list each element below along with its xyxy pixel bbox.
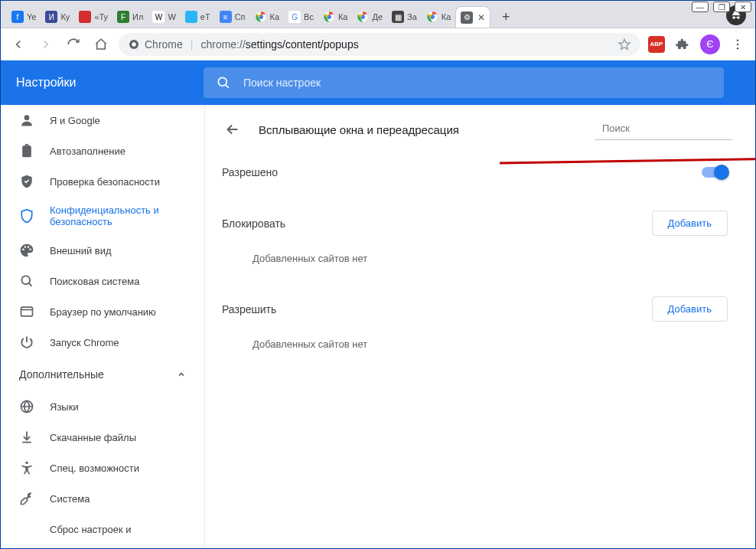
tab-favicon: W bbox=[152, 11, 165, 23]
sidebar-item[interactable]: Скачанные файлы bbox=[1, 422, 204, 453]
clipboard-icon bbox=[19, 143, 34, 158]
sidebar-item[interactable]: Запуск Chrome bbox=[1, 327, 204, 358]
allowed-label: Разрешено bbox=[222, 166, 278, 178]
menu-button[interactable] bbox=[728, 34, 748, 54]
download-icon bbox=[19, 430, 34, 445]
sidebar-section-additional[interactable]: Дополнительные bbox=[1, 358, 204, 391]
browser-tab[interactable]: ⚙✕ bbox=[455, 6, 490, 28]
sidebar-item[interactable]: Автозаполнение bbox=[1, 136, 204, 166]
tab-label: eT bbox=[200, 12, 210, 21]
sidebar-item-label: Запуск Chrome bbox=[50, 337, 119, 348]
allow-section-header: Разрешить Добавить bbox=[222, 283, 732, 328]
browser-tab[interactable]: ИКу bbox=[41, 6, 74, 28]
extensions-button[interactable] bbox=[673, 34, 692, 54]
tab-favicon bbox=[323, 11, 335, 23]
sidebar-item[interactable]: Я и Google bbox=[1, 105, 204, 136]
palette-icon bbox=[19, 243, 34, 258]
blank-icon bbox=[19, 521, 34, 537]
svg-point-18 bbox=[25, 462, 28, 464]
allow-label: Разрешить bbox=[222, 303, 276, 315]
browser-tab[interactable]: ▦За bbox=[387, 6, 422, 28]
url-text: chrome://settings/content/popups bbox=[200, 38, 358, 51]
browser-toolbar: Chrome | chrome://settings/content/popup… bbox=[1, 28, 755, 60]
sidebar-item-label: Проверка безопасности bbox=[50, 176, 160, 188]
svg-point-9 bbox=[132, 42, 135, 46]
home-button[interactable] bbox=[91, 34, 111, 54]
maximize-button[interactable]: ❐ bbox=[713, 2, 730, 12]
accessibility-icon bbox=[19, 460, 34, 475]
add-block-button[interactable]: Добавить bbox=[652, 211, 728, 236]
minimize-button[interactable]: — bbox=[692, 2, 709, 12]
sidebar-item[interactable]: Языки bbox=[1, 391, 204, 422]
sidebar-item-label: Автозаполнение bbox=[50, 145, 125, 157]
tab-label: Ил bbox=[132, 12, 143, 21]
tab-label: Ку bbox=[60, 12, 70, 21]
browser-tab[interactable]: Ка bbox=[318, 6, 353, 28]
close-tab-icon[interactable]: ✕ bbox=[476, 12, 485, 23]
sidebar-item[interactable]: Проверка безопасности bbox=[1, 166, 204, 197]
sidebar-item[interactable]: Поисковая система bbox=[1, 266, 204, 296]
sidebar-item-label: Спец. возможности bbox=[50, 462, 139, 474]
browser-tab[interactable]: Ка bbox=[250, 6, 285, 28]
sidebar-item-label: Сброс настроек и bbox=[50, 524, 132, 535]
site-info-label: Chrome bbox=[145, 38, 183, 51]
shield-check-icon bbox=[19, 174, 34, 189]
settings-title: Настройки bbox=[16, 76, 204, 90]
sidebar-item[interactable]: Браузер по умолчанию bbox=[1, 296, 204, 327]
tab-label: Сп bbox=[235, 12, 246, 21]
sidebar-item[interactable]: Спец. возможности bbox=[1, 453, 204, 483]
reload-button[interactable] bbox=[64, 34, 83, 54]
globe-icon bbox=[19, 399, 34, 414]
add-allow-button[interactable]: Добавить bbox=[652, 296, 728, 322]
panel-search-input[interactable] bbox=[602, 123, 731, 134]
svg-point-12 bbox=[737, 47, 739, 49]
browser-tab[interactable]: GВс bbox=[284, 6, 318, 28]
sidebar-item[interactable]: Конфиденциальность и безопасность bbox=[1, 197, 204, 235]
browser-tab[interactable]: ≡Сп bbox=[215, 6, 250, 28]
site-info-icon[interactable]: Chrome bbox=[128, 38, 183, 51]
browser-tab[interactable]: Де bbox=[352, 6, 387, 28]
tab-label: Ка bbox=[442, 12, 451, 21]
tab-label: Ка bbox=[270, 12, 280, 21]
sidebar-section-label: Дополнительные bbox=[19, 368, 104, 381]
settings-sidebar[interactable]: Я и GoogleАвтозаполнениеПроверка безопас… bbox=[1, 105, 205, 548]
tab-favicon bbox=[426, 11, 438, 23]
address-bar[interactable]: Chrome | chrome://settings/content/popup… bbox=[119, 33, 640, 56]
adblock-extension-icon[interactable]: ABP bbox=[648, 36, 665, 53]
settings-search-box[interactable] bbox=[204, 67, 724, 98]
panel-back-button[interactable] bbox=[222, 119, 243, 140]
back-button[interactable] bbox=[8, 34, 28, 54]
sidebar-item-label: Внешний вид bbox=[50, 245, 112, 257]
tab-favicon bbox=[255, 11, 267, 23]
browser-tab[interactable]: fYe bbox=[7, 6, 41, 28]
tab-favicon: И bbox=[45, 11, 57, 23]
allowed-toggle[interactable] bbox=[702, 167, 728, 178]
block-section-header: Блокировать Добавить bbox=[222, 197, 732, 242]
forward-button[interactable] bbox=[36, 34, 56, 54]
tab-label: За bbox=[407, 12, 417, 21]
panel-search[interactable] bbox=[595, 119, 732, 140]
svg-point-14 bbox=[24, 115, 30, 120]
sidebar-item[interactable]: Внешний вид bbox=[1, 235, 204, 266]
wrench-icon bbox=[19, 491, 34, 506]
tab-favicon: ▦ bbox=[392, 11, 404, 23]
new-tab-button[interactable]: + bbox=[495, 6, 516, 28]
tab-favicon: f bbox=[11, 11, 24, 23]
profile-avatar[interactable]: Є bbox=[700, 34, 720, 54]
sidebar-item-label: Поисковая система bbox=[50, 276, 140, 287]
search-icon bbox=[216, 75, 231, 90]
block-label: Блокировать bbox=[222, 217, 285, 230]
bookmark-star-icon[interactable] bbox=[618, 38, 631, 51]
sidebar-item[interactable]: Система bbox=[1, 483, 204, 514]
browser-icon bbox=[19, 304, 34, 319]
browser-tab[interactable]: Ка bbox=[422, 6, 456, 28]
tab-favicon bbox=[79, 11, 91, 23]
close-window-button[interactable]: ✕ bbox=[735, 2, 751, 12]
browser-tab[interactable]: WW bbox=[148, 6, 180, 28]
settings-search-input[interactable] bbox=[243, 77, 712, 89]
browser-tab[interactable]: «Ту bbox=[74, 6, 112, 28]
sidebar-item[interactable]: Сброс настроек и bbox=[1, 514, 204, 544]
browser-tab[interactable]: eT bbox=[181, 6, 215, 28]
browser-tab[interactable]: FИл bbox=[112, 6, 148, 28]
tab-favicon: G bbox=[288, 11, 301, 23]
